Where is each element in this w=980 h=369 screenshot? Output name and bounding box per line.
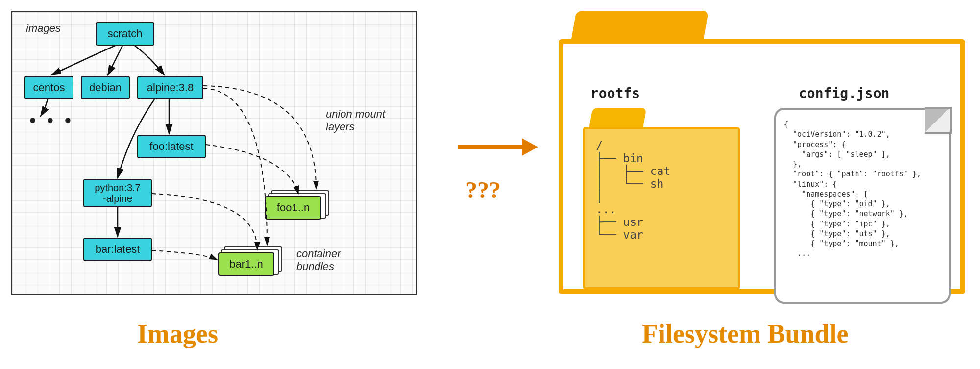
node-debian: debian — [81, 76, 130, 99]
node-python-alpine: python:3.7 -alpine — [83, 179, 152, 207]
transition-arrow-icon — [456, 123, 539, 172]
bundle-caption: Filesystem Bundle — [642, 319, 849, 349]
images-caption: Images — [137, 319, 218, 349]
images-header-label: images — [26, 22, 61, 35]
diagram-root: images union mount layers container bund… — [0, 0, 980, 369]
config-document: { "ociVersion": "1.0.2", "process": { "a… — [774, 108, 951, 304]
node-alpine: alpine:3.8 — [137, 76, 203, 99]
node-foo-latest: foo:latest — [137, 135, 206, 158]
svg-marker-1 — [522, 138, 538, 156]
images-panel: images union mount layers container bund… — [11, 11, 417, 295]
union-mount-label: union mount layers — [326, 108, 385, 133]
bundle-foo-stack: foo1..n — [265, 196, 321, 220]
node-bar-latest: bar:latest — [83, 238, 152, 261]
config-title: config.json — [799, 85, 889, 101]
node-centos: centos — [24, 76, 74, 99]
bundle-panel: rootfs config.json / ├── bin │ ├── cat │… — [559, 11, 965, 295]
connector-lines — [12, 12, 419, 296]
rootfs-folder: / ├── bin │ ├── cat │ └── sh │ ... ├── u… — [583, 108, 740, 294]
container-bundles-label: container bundles — [296, 247, 341, 273]
rootfs-title: rootfs — [590, 85, 640, 101]
doc-fold-corner-icon — [925, 107, 952, 134]
outer-folder-body: rootfs config.json / ├── bin │ ├── cat │… — [559, 39, 965, 294]
question-marks: ??? — [466, 176, 501, 203]
ellipsis-icon: • • • — [29, 110, 74, 131]
rootfs-tree: / ├── bin │ ├── cat │ └── sh │ ... ├── u… — [583, 127, 740, 289]
node-scratch: scratch — [96, 22, 154, 46]
outer-folder: rootfs config.json / ├── bin │ ├── cat │… — [559, 11, 965, 295]
config-json-text: { "ociVersion": "1.0.2", "process": { "a… — [774, 108, 951, 304]
bundle-bar-stack: bar1..n — [218, 252, 274, 276]
